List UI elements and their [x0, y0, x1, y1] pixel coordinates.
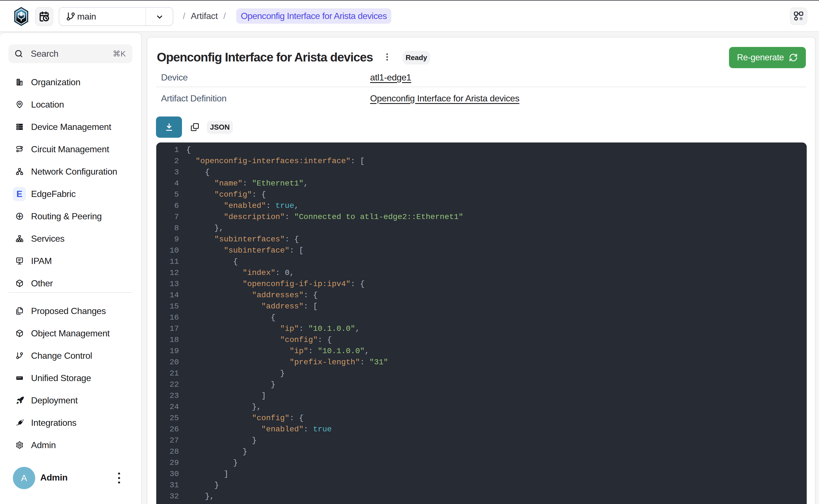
svg-text:IP: IP	[18, 258, 21, 262]
